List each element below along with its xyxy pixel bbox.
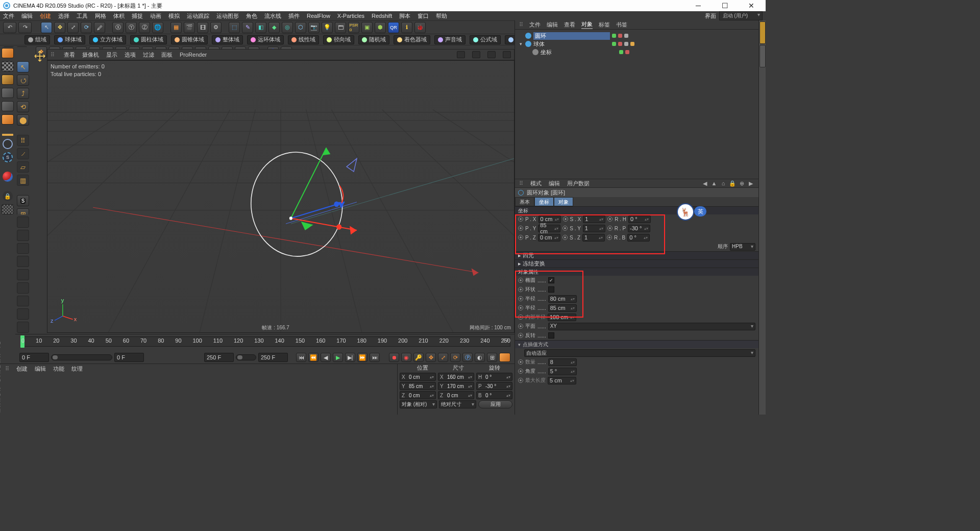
field-圆柱体域[interactable]: 圆柱体域 <box>130 35 167 44</box>
play-forward[interactable]: ▶ <box>333 353 343 362</box>
vp-nav-3[interactable] <box>487 51 496 58</box>
coord-size-Y[interactable]: Y170 cm▴▾ <box>438 382 474 390</box>
range-end-b[interactable] <box>258 353 288 362</box>
add-light[interactable]: 💡 <box>322 22 333 33</box>
axis-x-toggle[interactable]: Ⓧ <box>112 22 124 33</box>
menu-RealFlow[interactable]: RealFlow <box>307 13 330 19</box>
field-着色器域[interactable]: 着色器域 <box>394 35 430 44</box>
snap-7[interactable] <box>17 296 29 307</box>
section-freeze[interactable]: ▸ 冻结变换 <box>515 259 758 268</box>
menu-网格[interactable]: 网格 <box>95 12 106 20</box>
attr-S . X[interactable]: 1▴▾ <box>583 215 605 223</box>
step-fwd[interactable]: ⏩ <box>357 353 368 362</box>
prop-ring-check[interactable] <box>548 286 554 293</box>
attr-R . H[interactable]: 0 °▴▾ <box>628 215 651 223</box>
attr-nav-fwd[interactable]: ▶ <box>747 180 754 187</box>
field-线性域[interactable]: 线性域 <box>288 35 319 44</box>
order-combo[interactable]: HPB <box>730 243 755 251</box>
palette-checker[interactable] <box>2 61 14 71</box>
range-slider-b[interactable] <box>236 354 256 360</box>
prop-interp[interactable]: 自动适应 <box>524 349 755 357</box>
palette-lock[interactable]: 🔒 <box>3 191 13 201</box>
layout-dropdown[interactable]: 启动 (用户) <box>719 11 763 20</box>
attr-nav-home[interactable]: ⌂ <box>720 180 727 187</box>
range-slider-a[interactable] <box>51 354 112 360</box>
field-立方体域[interactable]: 立方体域 <box>89 35 126 44</box>
obj-menu-file[interactable]: 文件 <box>529 21 541 29</box>
add-nurbs[interactable]: ◎ <box>282 22 293 33</box>
snap-5[interactable] <box>17 269 29 280</box>
step-back[interactable]: ⏪ <box>308 353 318 362</box>
main-menu[interactable]: 文件编辑创建选择工具网格体积捕捉动画模拟运动跟踪运动图形角色流水线插件RealF… <box>0 11 766 20</box>
key-options[interactable]: 🔑 <box>413 353 424 362</box>
view-menu-panel[interactable]: 面板 <box>161 51 173 59</box>
palette-circle[interactable] <box>3 139 13 149</box>
attribute-mode-bar[interactable]: ⠿ 模式 编辑 用户数据 ◀ ▲ ⌂ 🔒 ⊕ ▶ <box>515 179 758 188</box>
add-particles[interactable]: ⬢ <box>375 22 386 33</box>
section-objprops[interactable]: 对象属性 <box>515 268 758 276</box>
obj-menu-view[interactable]: 查看 <box>564 21 575 29</box>
attr-nav-lock[interactable]: 🔒 <box>729 180 736 187</box>
uv-mode[interactable]: ▥ <box>17 175 29 186</box>
key-pos[interactable]: ✥ <box>426 353 436 362</box>
coord-size-X[interactable]: X160 cm▴▾ <box>438 373 474 381</box>
menu-创建[interactable]: 创建 <box>40 12 51 20</box>
menu-工具[interactable]: 工具 <box>77 12 88 20</box>
menu-插件[interactable]: 插件 <box>288 12 300 20</box>
snap-3[interactable] <box>17 243 29 254</box>
prop-angle[interactable]: 5 °▴▾ <box>548 368 577 375</box>
attr-P . Y[interactable]: 85 cm▴▾ <box>538 225 560 232</box>
mat-menu-edit[interactable]: 编辑 <box>35 365 46 373</box>
vp-nav-2[interactable] <box>472 51 480 58</box>
render-region[interactable]: 🎬 <box>184 22 195 33</box>
attribute-tabs[interactable]: 基本 坐标 对象 <box>515 197 758 206</box>
attr-tab-coord[interactable]: 坐标 <box>534 197 554 206</box>
vp-nav-1[interactable] <box>457 51 465 58</box>
redo-button[interactable]: ↷ <box>18 22 32 33</box>
attr-tab-basic[interactable]: 基本 <box>515 197 534 206</box>
menu-运动跟踪[interactable]: 运动跟踪 <box>187 12 209 20</box>
axis-z-toggle[interactable]: Ⓩ <box>139 22 150 33</box>
plugin-x2[interactable]: 🐞 <box>414 22 426 33</box>
autokey[interactable]: ◉ <box>401 353 411 362</box>
snap-8[interactable] <box>17 308 29 320</box>
palette-grid[interactable] <box>2 75 14 85</box>
field-球体域[interactable]: 球体域 <box>54 35 85 44</box>
attr-R . B[interactable]: 0 °▴▾ <box>627 234 650 242</box>
menu-帮助[interactable]: 帮助 <box>436 12 447 20</box>
minimize-button[interactable]: ─ <box>690 2 706 10</box>
attr-tab-object[interactable]: 对象 <box>554 197 573 206</box>
key-scale[interactable]: ⤢ <box>438 353 448 362</box>
prop-reverse-check[interactable] <box>548 332 554 339</box>
coord-mode-a[interactable]: 对象 (相对) <box>400 400 437 408</box>
menu-捕捉[interactable]: 捕捉 <box>132 12 143 20</box>
key-param[interactable]: Ⓟ <box>462 353 473 362</box>
render-picture[interactable]: 🎞 <box>197 22 208 33</box>
snap-1[interactable] <box>17 216 29 228</box>
attr-nav-up[interactable]: ▲ <box>710 180 718 187</box>
menu-编辑[interactable]: 编辑 <box>21 12 33 20</box>
coord-rot-P[interactable]: P-30 °▴▾ <box>476 382 512 390</box>
render-settings[interactable]: ⚙ <box>210 22 222 33</box>
prop-radius1[interactable]: 80 cm▴▾ <box>548 295 577 303</box>
obj-menu-edit[interactable]: 编辑 <box>547 21 558 29</box>
model-mode[interactable]: ↖ <box>17 61 29 73</box>
object-manager[interactable]: 圆环▾球体坐标 <box>515 30 758 179</box>
viewport-3d[interactable]: x y z Number of emitters: 0 Total live p… <box>47 60 514 333</box>
view-menu-filter[interactable]: 过滤 <box>143 51 154 59</box>
attr-nav-new[interactable]: ⊕ <box>738 180 745 187</box>
plugin-qr[interactable]: QR <box>388 22 399 33</box>
field-径向域[interactable]: 径向域 <box>323 35 354 44</box>
render-view[interactable]: ▦ <box>170 22 182 33</box>
snap-9[interactable] <box>17 322 29 333</box>
spine-chip-2[interactable] <box>760 45 766 67</box>
view-menu-camera[interactable]: 摄像机 <box>82 51 99 59</box>
obj-圆环[interactable]: 圆环 <box>518 32 755 40</box>
undo-button[interactable]: ↶ <box>3 22 16 33</box>
goto-end[interactable]: ⏭ <box>370 353 380 362</box>
rotate-tool[interactable]: ⟳ <box>81 22 92 33</box>
mat-menu-create[interactable]: 创建 <box>16 365 28 373</box>
timeline[interactable]: 0102030405060708090100110120130140150160… <box>15 334 514 351</box>
coord-apply[interactable]: 应用 <box>478 400 512 408</box>
section-coord[interactable]: 坐标 <box>515 206 758 214</box>
